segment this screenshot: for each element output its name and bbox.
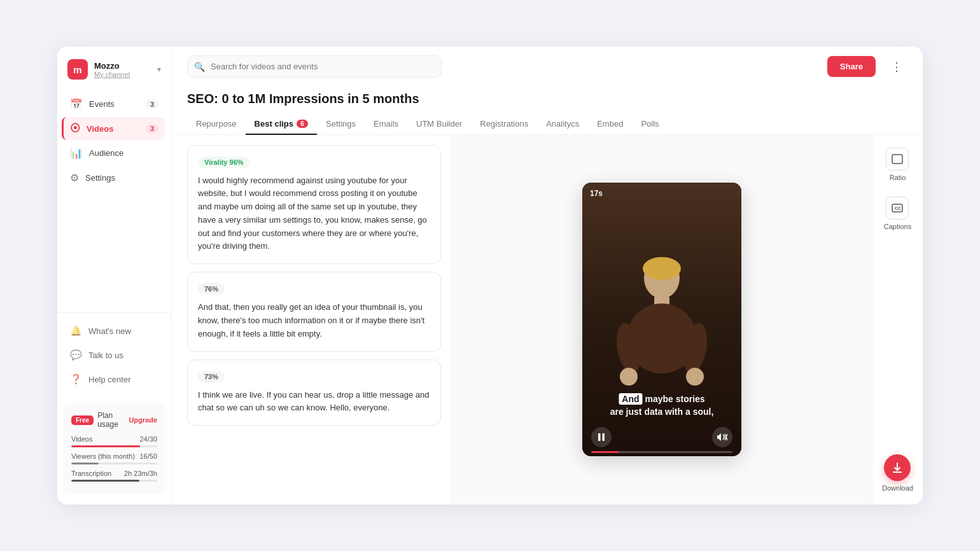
audience-icon: 📊 (70, 147, 83, 159)
tab-best-clips[interactable]: Best clips 6 (246, 114, 317, 135)
main-content: 🔍 Share ⋮ SEO: 0 to 1M Impressions in 5 … (172, 46, 923, 505)
sidebar-bottom: 🔔 What's new 💬 Talk to us ❓ Help center (57, 312, 171, 397)
tabs-row: Repurpose Best clips 6 Settings Emails U… (172, 106, 923, 135)
ratio-label: Ratio (890, 174, 906, 181)
clip-badge-1: Virality 96% (198, 157, 250, 168)
bell-icon: 🔔 (70, 325, 82, 337)
more-button[interactable]: ⋮ (886, 57, 907, 76)
video-timer: 17s (590, 189, 603, 198)
sidebar-item-events[interactable]: 📅 Events 3 (64, 92, 165, 116)
content-body: Virality 96% I would highly recommend ag… (172, 135, 923, 505)
sidebar-item-videos[interactable]: ⦿ Videos 3 (62, 117, 165, 140)
captions-icon: CC (886, 197, 909, 220)
plan-usage-box: Free Plan usage Upgrade Videos 24/30 Vie… (64, 403, 165, 494)
video-area: 17s (452, 135, 872, 505)
help-icon: ❓ (70, 373, 82, 385)
chat-icon: 💬 (70, 349, 82, 361)
clips-list: Virality 96% I would highly recommend ag… (172, 135, 452, 505)
clip-card-3[interactable]: 73% I think we are live. If you can hear… (187, 359, 441, 426)
usage-label-viewers: Viewers (this month) (71, 452, 135, 460)
plan-label: Plan usage (97, 411, 125, 429)
event-title-row: SEO: 0 to 1M Impressions in 5 months (172, 87, 923, 106)
share-button[interactable]: Share (827, 56, 876, 77)
usage-label-transcription: Transcription (71, 470, 111, 477)
events-icon: 📅 (70, 98, 83, 110)
tab-registrations[interactable]: Registrations (471, 114, 537, 135)
caption-highlight: And (619, 393, 642, 405)
tab-polls[interactable]: Polls (632, 114, 668, 135)
pause-button[interactable] (591, 427, 612, 447)
download-label: Download (882, 484, 913, 492)
content-header: 🔍 Share ⋮ (172, 46, 923, 87)
download-button[interactable]: Download (882, 454, 913, 492)
usage-value-viewers: 16/50 (139, 452, 157, 460)
svg-text:CC: CC (895, 206, 901, 211)
whats-new-label: What's new (88, 326, 131, 336)
sidebar-item-label: Audience (89, 148, 123, 158)
svg-rect-9 (603, 433, 605, 441)
tab-settings[interactable]: Settings (317, 114, 365, 135)
captions-button[interactable]: CC Captions (884, 197, 911, 230)
sidebar-item-settings[interactable]: ⚙ Settings (64, 166, 165, 190)
captions-label: Captions (884, 223, 911, 230)
brand-avatar: m (67, 59, 88, 80)
svg-rect-12 (892, 155, 902, 164)
video-caption: And maybe storiesare just data with a so… (591, 393, 734, 418)
tab-analitycs[interactable]: Analitycs (537, 114, 588, 135)
svg-rect-8 (598, 433, 601, 441)
video-controls (582, 427, 741, 447)
usage-bar-videos (71, 445, 157, 447)
video-progress-bar[interactable] (591, 451, 732, 453)
chevron-down-icon: ▾ (157, 65, 161, 74)
usage-bar-transcription (71, 480, 157, 482)
main-window: m Mozzo My channel ▾ 📅 Events 3 ⦿ Videos… (57, 46, 923, 505)
person-silhouette (611, 253, 713, 405)
sidebar-item-help-center[interactable]: ❓ Help center (64, 368, 165, 391)
event-title: SEO: 0 to 1M Impressions in 5 months (187, 92, 907, 106)
events-badge: 3 (146, 100, 158, 109)
clip-card-1[interactable]: Virality 96% I would highly recommend ag… (187, 145, 441, 265)
usage-value-videos: 24/30 (139, 435, 157, 443)
sidebar-item-talk-to-us[interactable]: 💬 Talk to us (64, 344, 165, 366)
ratio-button[interactable]: Ratio (886, 148, 909, 181)
mute-button[interactable] (712, 427, 732, 447)
sidebar: m Mozzo My channel ▾ 📅 Events 3 ⦿ Videos… (57, 46, 172, 505)
download-icon (884, 454, 911, 481)
usage-value-transcription: 2h 23m/3h (124, 470, 157, 477)
search-icon: 🔍 (194, 62, 205, 72)
videos-badge: 3 (146, 124, 158, 133)
tab-emails[interactable]: Emails (365, 114, 407, 135)
tab-best-clips-badge: 6 (297, 120, 308, 128)
tab-embed[interactable]: Embed (588, 114, 632, 135)
usage-bar-viewers (71, 463, 157, 464)
usage-bar-fill-transcription (71, 480, 139, 482)
tab-utm-builder[interactable]: UTM Builder (407, 114, 471, 135)
tab-repurpose[interactable]: Repurpose (187, 114, 246, 135)
sidebar-item-whats-new[interactable]: 🔔 What's new (64, 319, 165, 342)
svg-point-1 (643, 257, 681, 280)
video-frame: 17s (582, 183, 741, 456)
usage-row-viewers: Viewers (this month) 16/50 (71, 452, 157, 460)
brand-name: Mozzo (94, 61, 151, 71)
brand-info: Mozzo My channel (94, 61, 151, 78)
sidebar-item-label: Settings (85, 173, 115, 183)
usage-bar-fill-videos (71, 445, 140, 447)
app-container: m Mozzo My channel ▾ 📅 Events 3 ⦿ Videos… (0, 0, 980, 551)
sidebar-item-label: Videos (87, 124, 113, 134)
ratio-icon (886, 148, 909, 171)
clip-badge-3: 73% (198, 371, 225, 382)
usage-label-videos: Videos (71, 435, 92, 443)
search-input[interactable] (187, 55, 442, 78)
svg-point-6 (620, 368, 638, 386)
settings-icon: ⚙ (70, 172, 79, 184)
plan-badge: Free (71, 415, 94, 425)
clip-text-3: I think we are live. If you can hear us,… (198, 389, 430, 415)
tools-top: Ratio CC Captions (884, 148, 911, 230)
sidebar-brand[interactable]: m Mozzo My channel ▾ (57, 59, 171, 92)
brand-sub: My channel (94, 71, 151, 78)
video-progress-fill (591, 451, 619, 453)
sidebar-item-label: Events (89, 99, 115, 109)
sidebar-item-audience[interactable]: 📊 Audience (64, 141, 165, 165)
upgrade-button[interactable]: Upgrade (129, 416, 157, 424)
clip-card-2[interactable]: 76% And that, then you really get an ide… (187, 272, 441, 351)
